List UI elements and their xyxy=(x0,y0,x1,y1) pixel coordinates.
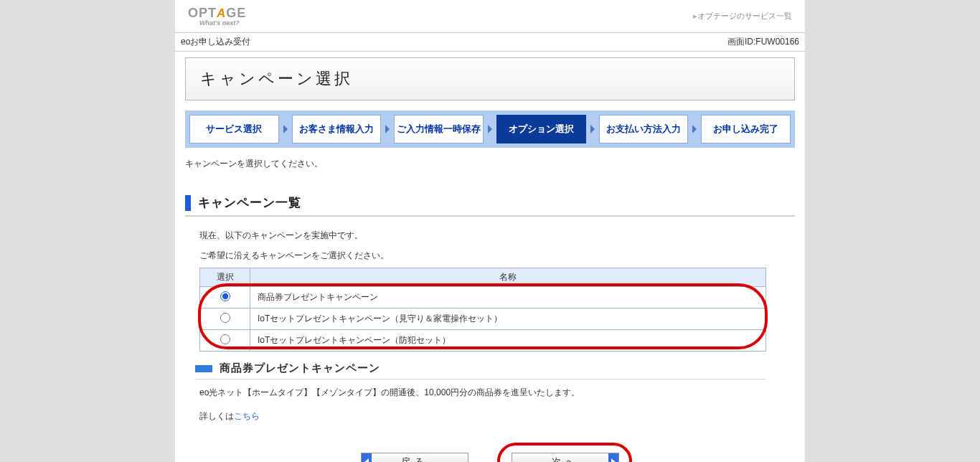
sub-heading-text: 商品券プレゼントキャンペーン xyxy=(220,362,380,375)
col-name: 名称 xyxy=(250,268,766,287)
section-heading: キャンペーン一覧 xyxy=(185,192,795,217)
campaign-table-wrap: 選択 名称 商品券プレゼントキャンペーン IoTセットプレゼントキャンペーン（見… xyxy=(199,268,795,352)
subnote-1: 現在、以下のキャンペーンを実施中です。 xyxy=(199,228,795,244)
campaign-radio-3[interactable] xyxy=(220,334,230,344)
logo-text-post: GE xyxy=(226,6,246,21)
campaign-name-1: 商品券プレゼントキャンペーン xyxy=(250,287,766,308)
campaign-table: 選択 名称 商品券プレゼントキャンペーン IoTセットプレゼントキャンペーン（見… xyxy=(199,268,766,352)
logo-text-pre: OPT xyxy=(188,6,217,21)
chevron-right-icon xyxy=(692,125,697,133)
page-title: キャンペーン選択 xyxy=(200,68,780,90)
chevron-right-icon xyxy=(385,125,390,133)
back-button[interactable]: 戻る xyxy=(361,453,468,462)
campaign-name-2: IoTセットプレゼントキャンペーン（見守り＆家電操作セット） xyxy=(250,308,766,330)
prize-note: eo光ネット【ホームタイプ】【メゾンタイプ】の開通後、10,000円分の商品券を… xyxy=(199,387,795,399)
table-row: IoTセットプレゼントキャンペーン（防犯セット） xyxy=(200,330,766,352)
step-customer: お客さま情報入力 xyxy=(292,115,382,143)
page-title-box: キャンペーン選択 xyxy=(185,57,795,100)
chevron-right-icon xyxy=(590,125,595,133)
step-save: ご入力情報一時保存 xyxy=(394,115,484,143)
heading-bar-icon xyxy=(185,195,191,211)
breadcrumb-path: eoお申し込み受付 xyxy=(181,36,250,48)
section-heading-text: キャンペーン一覧 xyxy=(198,194,301,211)
arrow-right-icon xyxy=(608,453,618,462)
subnote-2: ご希望に沿えるキャンペーンをご選択ください。 xyxy=(199,248,795,264)
detail-line: 詳しくはこちら xyxy=(199,410,795,423)
screen-id: 画面ID:FUW00166 xyxy=(727,36,799,48)
stepper: サービス選択 お客さま情報入力 ご入力情報一時保存 オプション選択 お支払い方法… xyxy=(185,110,795,148)
service-list-link[interactable]: ▸オプテージのサービス一覧 xyxy=(693,11,792,22)
logo-accent: A xyxy=(217,6,226,21)
next-button[interactable]: 次へ xyxy=(512,453,619,462)
header: OPTAGE What's next? ▸オプテージのサービス一覧 xyxy=(175,0,805,33)
nav-buttons: 戻る 次へ xyxy=(185,453,795,462)
sub-heading-bar-icon xyxy=(195,365,212,372)
sub-heading: 商品券プレゼントキャンペーン xyxy=(195,362,765,380)
table-row: 商品券プレゼントキャンペーン xyxy=(200,287,766,308)
campaign-radio-2[interactable] xyxy=(220,313,230,323)
instruction-note: キャンペーンを選択してください。 xyxy=(185,158,795,170)
step-option: オプション選択 xyxy=(496,115,586,143)
detail-link[interactable]: こちら xyxy=(234,411,260,421)
campaign-radio-1[interactable] xyxy=(220,291,230,301)
chevron-right-icon xyxy=(488,125,492,133)
detail-prefix: 詳しくは xyxy=(199,411,234,421)
logo: OPTAGE What's next? xyxy=(188,6,246,27)
col-select: 選択 xyxy=(200,268,250,287)
chevron-right-icon xyxy=(283,125,288,133)
step-complete: お申し込み完了 xyxy=(701,115,791,143)
logo-sub: What's next? xyxy=(199,19,240,27)
arrow-left-icon xyxy=(362,453,372,462)
step-service: サービス選択 xyxy=(189,115,279,143)
step-payment: お支払い方法入力 xyxy=(599,115,689,143)
campaign-name-3: IoTセットプレゼントキャンペーン（防犯セット） xyxy=(250,330,766,352)
breadcrumb-bar: eoお申し込み受付 画面ID:FUW00166 xyxy=(175,33,805,52)
table-row: IoTセットプレゼントキャンペーン（見守り＆家電操作セット） xyxy=(200,308,766,330)
